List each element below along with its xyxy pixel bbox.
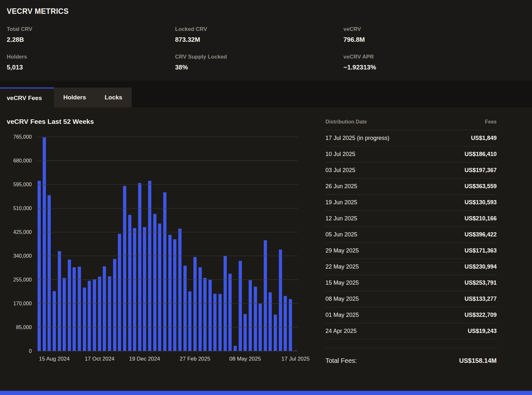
metric-value-holders: 5,013 xyxy=(7,64,175,71)
fee-bar-05-sep-2024[interactable] xyxy=(68,260,71,351)
fee-bar-26-jun-2025[interactable] xyxy=(279,250,282,352)
fee-bar-27-feb-2025[interactable] xyxy=(193,257,197,351)
chart-bars xyxy=(37,137,298,351)
fee-bar-13-feb-2025[interactable] xyxy=(183,266,187,351)
fee-bar-03-oct-2024[interactable] xyxy=(88,281,91,351)
fee-table-row: 26 Jun 2025US$363,559 xyxy=(325,179,497,195)
fee-bar-10-oct-2024[interactable] xyxy=(93,279,96,351)
fee-bar-29-aug-2024[interactable] xyxy=(63,278,66,351)
fee-bar-02-jan-2025[interactable] xyxy=(153,214,156,351)
tab-vecrv-fees[interactable]: veCRV Fees xyxy=(0,87,54,107)
fee-bar-27-mar-2025[interactable] xyxy=(213,294,217,351)
fee-table-row: 01 May 2025US$322,709 xyxy=(325,307,497,323)
fee-row-date: 08 May 2025 xyxy=(325,296,359,302)
fee-row-amount: US$253,791 xyxy=(465,280,497,286)
fee-row-amount: US$230,994 xyxy=(465,263,497,270)
fee-bar-06-feb-2025[interactable] xyxy=(178,229,182,351)
fee-bar-13-mar-2025[interactable] xyxy=(203,278,207,351)
y-tick-label: 255,000 xyxy=(13,277,32,283)
gridline-0 xyxy=(37,351,298,351)
fee-bar-03-apr-2025[interactable] xyxy=(218,294,222,351)
chart-x-axis: 15 Aug 202417 Oct 202419 Dec 202427 Feb … xyxy=(37,356,298,364)
fee-bar-08-aug-2024[interactable] xyxy=(48,195,51,351)
gridline-680000 xyxy=(37,161,298,161)
metric-vecrv-apr: veCRV APR~1.92313% xyxy=(343,54,525,71)
fee-row-date: 05 Jun 2025 xyxy=(325,231,357,238)
fee-bar-05-dec-2024[interactable] xyxy=(133,228,136,351)
fee-bar-05-jun-2025[interactable] xyxy=(264,240,267,351)
fee-bar-01-may-2025[interactable] xyxy=(239,261,242,351)
fee-bar-03-jul-2025[interactable] xyxy=(284,296,287,351)
fee-bar-31-oct-2024[interactable] xyxy=(108,276,111,351)
fee-bar-21-nov-2024[interactable] xyxy=(123,186,126,351)
fee-bar-19-jun-2025[interactable] xyxy=(274,315,277,351)
fee-row-amount: US$210,166 xyxy=(465,215,497,222)
fee-bar-08-may-2025[interactable] xyxy=(244,314,247,351)
total-fees-row: Total Fees: US$158.14M xyxy=(325,348,497,364)
metric-locked-crv: Locked CRV873.32M xyxy=(175,26,343,43)
fee-bar-25-jul-2024[interactable] xyxy=(38,181,41,351)
fee-row-date: 10 Jul 2025 xyxy=(325,151,355,158)
y-tick-label: 680,000 xyxy=(13,158,32,164)
fee-bar-15-may-2025[interactable] xyxy=(249,280,252,351)
fee-row-date: 15 May 2025 xyxy=(325,280,359,286)
fee-bar-20-mar-2025[interactable] xyxy=(208,280,212,351)
metric-value-locked-crv: 873.32M xyxy=(175,36,343,43)
fee-table-row: 29 May 2025US$171,363 xyxy=(325,243,497,259)
gridline-510000 xyxy=(37,208,298,208)
fee-row-date: 29 May 2025 xyxy=(325,247,359,254)
fee-bar-17-apr-2025[interactable] xyxy=(228,274,232,351)
fee-bar-14-nov-2024[interactable] xyxy=(118,234,121,351)
fee-bar-15-aug-2024[interactable] xyxy=(53,291,56,351)
fee-row-amount: US$19,243 xyxy=(468,328,497,335)
gridline-85000 xyxy=(37,327,298,327)
table-body: 17 Jul 2025 (in progress)US$1,84910 Jul … xyxy=(325,130,497,339)
fee-bar-24-oct-2024[interactable] xyxy=(103,266,106,351)
fee-bar-06-mar-2025[interactable] xyxy=(199,267,202,351)
y-tick-label: 170,000 xyxy=(13,300,32,307)
fee-bar-30-jan-2025[interactable] xyxy=(173,239,176,351)
fee-bar-10-jul-2025[interactable] xyxy=(289,299,292,351)
metric-total-crv: Total CRV2.28B xyxy=(7,26,175,43)
y-tick-label: 85,000 xyxy=(16,324,32,331)
fee-bar-12-sep-2024[interactable] xyxy=(73,267,76,351)
next-section-chart-edge xyxy=(0,391,532,395)
y-tick-label: 510,000 xyxy=(13,205,32,212)
fee-bar-24-apr-2025[interactable] xyxy=(234,346,237,351)
tab-group: Holders Locks xyxy=(54,87,132,107)
metric-value-vecrv: 796.8M xyxy=(343,36,525,43)
fee-bar-28-nov-2024[interactable] xyxy=(128,215,131,351)
fee-table-row: 24 Apr 2025US$19,243 xyxy=(325,323,497,339)
metrics-title: VECRV METRICS xyxy=(7,7,525,16)
fee-row-date: 24 Apr 2025 xyxy=(325,328,357,335)
fee-bar-26-dec-2024[interactable] xyxy=(148,181,151,351)
y-tick-label: 595,000 xyxy=(13,181,32,188)
fees-chart-section: veCRV Fees Last 52 Weeks 085,000170,0002… xyxy=(7,116,298,364)
fee-bar-01-aug-2024[interactable] xyxy=(43,137,46,351)
tab-holders[interactable]: Holders xyxy=(54,87,95,107)
tab-vecrv-fees-label: veCRV Fees xyxy=(7,95,42,102)
fee-row-amount: US$322,709 xyxy=(465,312,497,318)
gridline-340000 xyxy=(37,256,298,256)
fee-bar-17-oct-2024[interactable] xyxy=(98,277,101,351)
fee-row-date: 12 Jun 2025 xyxy=(325,215,357,222)
fee-bar-23-jan-2025[interactable] xyxy=(168,235,172,351)
fee-bar-19-dec-2024[interactable] xyxy=(143,227,146,351)
metric-crv-supply-locked: CRV Supply Locked38% xyxy=(175,54,343,71)
fee-row-date: 01 May 2025 xyxy=(325,312,359,318)
fee-bar-22-may-2025[interactable] xyxy=(254,287,257,351)
col-header-distribution-date: Distribution Date xyxy=(325,119,367,125)
fee-row-amount: US$363,559 xyxy=(465,183,497,190)
tab-locks[interactable]: Locks xyxy=(95,87,132,107)
fee-bar-22-aug-2024[interactable] xyxy=(58,251,61,351)
fee-bar-12-jun-2025[interactable] xyxy=(269,292,272,351)
fee-bar-09-jan-2025[interactable] xyxy=(158,224,161,351)
fee-bar-20-feb-2025[interactable] xyxy=(188,291,191,351)
chart-plot-area: 15 Aug 202417 Oct 202419 Dec 202427 Feb … xyxy=(37,137,298,351)
y-tick-label: 0 xyxy=(29,348,32,354)
fee-bar-07-nov-2024[interactable] xyxy=(113,259,116,351)
chart-y-axis: 085,000170,000255,000340,000425,000510,0… xyxy=(7,137,37,351)
fee-bar-26-sep-2024[interactable] xyxy=(83,288,86,351)
fee-table-row: 22 May 2025US$230,994 xyxy=(325,259,497,275)
metric-holders: Holders5,013 xyxy=(7,54,175,71)
